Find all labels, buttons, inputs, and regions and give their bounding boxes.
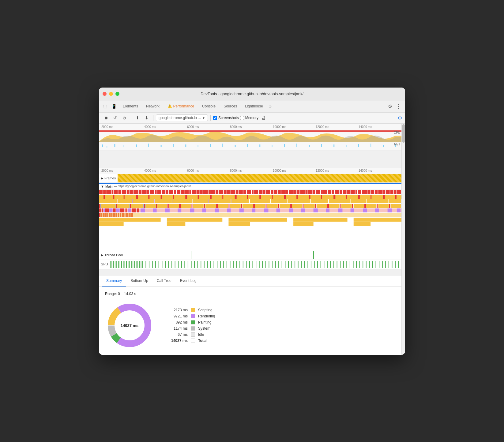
svg-rect-175 (265, 204, 266, 208)
svg-rect-21 (333, 144, 334, 147)
screenshots-toggle[interactable]: Screenshots (213, 116, 239, 120)
svg-rect-224 (116, 208, 119, 212)
legend-idle-ms: 67 ms (166, 332, 188, 337)
svg-rect-95 (358, 190, 361, 194)
svg-rect-67 (252, 190, 254, 194)
tab-performance[interactable]: ⚠️ Performance (164, 102, 198, 110)
svg-rect-264 (100, 213, 401, 217)
download-button[interactable]: ⬇ (143, 114, 151, 122)
svg-rect-19 (309, 145, 310, 147)
svg-rect-316 (201, 261, 201, 268)
svg-rect-42 (155, 190, 156, 194)
svg-rect-76 (286, 190, 288, 194)
svg-rect-293 (134, 261, 135, 268)
svg-rect-191 (169, 204, 179, 208)
svg-rect-118 (235, 195, 237, 199)
refresh-button[interactable]: ↺ (111, 114, 119, 122)
svg-rect-366 (363, 261, 363, 268)
tab-lighthouse[interactable]: Lighthouse (241, 102, 267, 110)
tab-sources[interactable]: Sources (220, 102, 241, 110)
svg-rect-33 (118, 190, 121, 194)
thread-pool-row[interactable]: ▶ Thread Pool (99, 251, 401, 260)
svg-rect-5 (136, 144, 137, 147)
upload-button[interactable]: ⬆ (134, 114, 141, 122)
svg-rect-200 (280, 204, 290, 208)
legend-scripting: 2173 ms Scripting (166, 308, 215, 312)
svg-rect-240 (314, 208, 318, 212)
svg-rect-70 (262, 190, 265, 194)
summary-body: 14027 ms 2173 ms Scripting 9721 ms (105, 301, 395, 350)
legend-system-ms: 1174 ms (166, 326, 188, 331)
frames-row[interactable]: ▶ Frames (99, 174, 401, 183)
settings-button[interactable]: ⚙ (386, 102, 394, 110)
net-row[interactable]: NET (99, 142, 401, 151)
svg-rect-189 (145, 204, 156, 208)
cursor-icon[interactable]: ⬚ (101, 103, 109, 110)
tab-summary[interactable]: Summary (102, 275, 126, 287)
svg-rect-327 (236, 261, 237, 268)
svg-rect-94 (355, 190, 357, 194)
svg-rect-314 (194, 261, 195, 268)
svg-rect-54 (200, 190, 203, 194)
svg-rect-43 (157, 190, 161, 194)
svg-rect-337 (269, 261, 269, 268)
close-button[interactable] (103, 92, 107, 96)
svg-rect-222 (103, 208, 105, 212)
svg-rect-347 (301, 261, 302, 268)
device-icon[interactable]: 📱 (110, 103, 118, 110)
gpu-bars (110, 260, 401, 269)
tab-network[interactable]: Network (142, 102, 163, 110)
record-button[interactable]: ⏺ (102, 114, 110, 122)
scrollbar-thumb[interactable] (402, 124, 405, 143)
content-area: 2000 ms 4000 ms 6000 ms 8000 ms 10000 ms… (99, 124, 401, 355)
scrollbar[interactable] (401, 124, 405, 355)
svg-rect-279 (111, 261, 112, 268)
tab-more-button[interactable]: » (267, 103, 273, 110)
svg-rect-237 (276, 208, 280, 212)
tab-elements[interactable]: Elements (119, 102, 142, 110)
maximize-button[interactable] (115, 92, 119, 96)
svg-rect-361 (346, 261, 347, 268)
tab-console[interactable]: Console (198, 102, 219, 110)
svg-rect-99 (375, 190, 378, 194)
svg-rect-209 (391, 204, 401, 208)
capture-button[interactable]: 🖨 (260, 114, 268, 122)
ruler-marks-2: 2000 ms 4000 ms 6000 ms 8000 ms 10000 ms… (100, 169, 401, 172)
cpu-row[interactable]: CPU (99, 130, 401, 142)
svg-rect-372 (382, 261, 383, 268)
title-bar: DevTools - googlechrome.github.io/devtoo… (99, 88, 405, 100)
toolbar-settings-icon[interactable]: ⚙ (398, 115, 402, 121)
svg-rect-79 (297, 190, 299, 194)
svg-rect-110 (136, 195, 138, 199)
screenshots-checkbox[interactable] (213, 116, 217, 120)
url-display[interactable]: googlechrome.github.io ... ▼ (156, 114, 208, 121)
svg-rect-129 (370, 195, 371, 199)
gpu-row[interactable]: GPU (99, 260, 401, 269)
legend-total-label: Total (198, 339, 207, 343)
menu-button[interactable]: ⋮ (395, 102, 403, 111)
tab-bottom-up[interactable]: Bottom-Up (126, 275, 152, 287)
mark2-10000: 10000 ms (273, 169, 316, 172)
gpu-chart (110, 260, 401, 269)
tab-event-log[interactable]: Event Log (176, 275, 201, 287)
frames-toggle[interactable]: ▶ Frames (99, 176, 118, 180)
tab-call-tree[interactable]: Call Tree (152, 275, 176, 287)
thread-pool-expand-icon: ▶ (101, 253, 103, 257)
main-expand-icon: ▼ (101, 185, 104, 188)
svg-rect-10 (198, 145, 198, 147)
svg-rect-52 (192, 190, 196, 194)
timeline-container: 2000 ms 4000 ms 6000 ms 8000 ms 10000 ms… (99, 124, 401, 275)
main-flame-chart[interactable] (99, 189, 401, 251)
svg-rect-291 (131, 261, 132, 268)
svg-rect-355 (327, 261, 328, 268)
clear-button[interactable]: ⊘ (120, 114, 128, 122)
memory-toggle[interactable]: Memory (240, 116, 258, 120)
main-thread-header[interactable]: ▼ Main — https://googlechrome.github.io/… (99, 184, 401, 189)
svg-rect-202 (304, 204, 314, 208)
svg-rect-108 (113, 195, 114, 199)
memory-checkbox[interactable] (240, 116, 244, 120)
svg-rect-45 (166, 190, 168, 194)
minimize-button[interactable] (109, 92, 113, 96)
screenshots-chart: for(let i=0; i<200; i++) { document.writ… (99, 151, 401, 167)
mark-6000: 6000 ms (187, 125, 230, 129)
